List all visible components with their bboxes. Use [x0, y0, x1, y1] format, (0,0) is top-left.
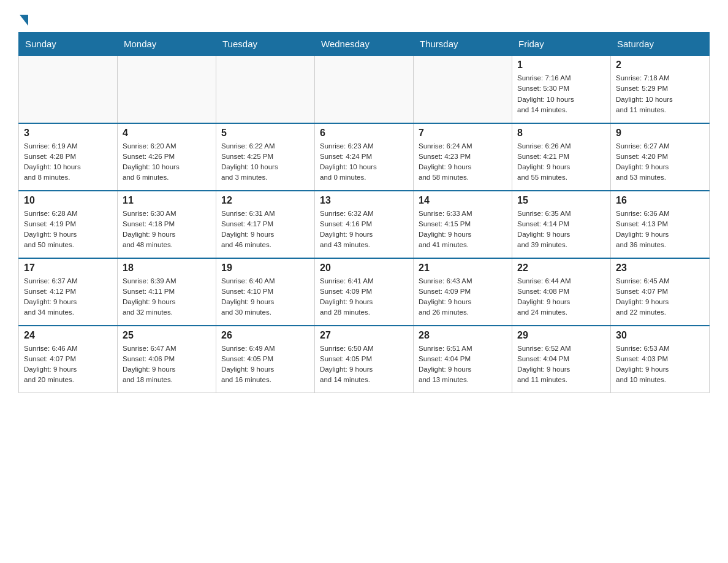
- calendar-cell: 21Sunrise: 6:43 AMSunset: 4:09 PMDayligh…: [414, 258, 512, 326]
- calendar-cell: 23Sunrise: 6:45 AMSunset: 4:07 PMDayligh…: [611, 258, 710, 326]
- day-number: 27: [320, 330, 408, 341]
- page-header: [18, 12, 710, 26]
- day-info: Sunrise: 6:43 AMSunset: 4:09 PMDaylight:…: [419, 276, 507, 318]
- day-info: Sunrise: 6:44 AMSunset: 4:08 PMDaylight:…: [517, 276, 605, 318]
- weekday-header-sunday: Sunday: [19, 33, 118, 56]
- day-number: 4: [123, 128, 211, 139]
- calendar-cell: [19, 56, 118, 123]
- day-number: 5: [221, 128, 309, 139]
- calendar-cell: 24Sunrise: 6:46 AMSunset: 4:07 PMDayligh…: [19, 326, 118, 393]
- weekday-header-wednesday: Wednesday: [315, 33, 414, 56]
- weekday-header-row: SundayMondayTuesdayWednesdayThursdayFrid…: [19, 33, 710, 56]
- weekday-header-friday: Friday: [512, 33, 611, 56]
- day-number: 24: [24, 330, 112, 341]
- day-number: 26: [221, 330, 309, 341]
- weekday-header-thursday: Thursday: [414, 33, 512, 56]
- calendar-cell: 26Sunrise: 6:49 AMSunset: 4:05 PMDayligh…: [216, 326, 315, 393]
- day-info: Sunrise: 6:39 AMSunset: 4:11 PMDaylight:…: [123, 276, 211, 318]
- calendar-week-row: 1Sunrise: 7:16 AMSunset: 5:30 PMDaylight…: [19, 56, 710, 123]
- day-info: Sunrise: 6:51 AMSunset: 4:04 PMDaylight:…: [419, 343, 507, 386]
- day-number: 8: [517, 128, 605, 139]
- calendar-cell: 27Sunrise: 6:50 AMSunset: 4:05 PMDayligh…: [315, 326, 414, 393]
- day-info: Sunrise: 6:19 AMSunset: 4:28 PMDaylight:…: [24, 141, 112, 183]
- day-info: Sunrise: 6:53 AMSunset: 4:03 PMDaylight:…: [616, 343, 704, 386]
- day-info: Sunrise: 6:37 AMSunset: 4:12 PMDaylight:…: [24, 276, 112, 318]
- day-info: Sunrise: 7:16 AMSunset: 5:30 PMDaylight:…: [517, 73, 605, 115]
- calendar-cell: 4Sunrise: 6:20 AMSunset: 4:26 PMDaylight…: [118, 123, 216, 191]
- day-info: Sunrise: 6:36 AMSunset: 4:13 PMDaylight:…: [616, 209, 704, 251]
- calendar-cell: 9Sunrise: 6:27 AMSunset: 4:20 PMDaylight…: [611, 123, 710, 191]
- day-info: Sunrise: 6:28 AMSunset: 4:19 PMDaylight:…: [24, 209, 112, 251]
- calendar-cell: 13Sunrise: 6:32 AMSunset: 4:16 PMDayligh…: [315, 191, 414, 258]
- day-info: Sunrise: 6:23 AMSunset: 4:24 PMDaylight:…: [320, 141, 408, 183]
- day-info: Sunrise: 6:20 AMSunset: 4:26 PMDaylight:…: [123, 141, 211, 183]
- day-info: Sunrise: 6:32 AMSunset: 4:16 PMDaylight:…: [320, 209, 408, 251]
- calendar-cell: 15Sunrise: 6:35 AMSunset: 4:14 PMDayligh…: [512, 191, 611, 258]
- day-info: Sunrise: 6:35 AMSunset: 4:14 PMDaylight:…: [517, 209, 605, 251]
- calendar-cell: 2Sunrise: 7:18 AMSunset: 5:29 PMDaylight…: [611, 56, 710, 123]
- calendar-cell: 14Sunrise: 6:33 AMSunset: 4:15 PMDayligh…: [414, 191, 512, 258]
- day-number: 20: [320, 262, 408, 274]
- day-number: 28: [419, 330, 507, 341]
- calendar-cell: 6Sunrise: 6:23 AMSunset: 4:24 PMDaylight…: [315, 123, 414, 191]
- day-number: 6: [320, 128, 408, 139]
- day-number: 13: [320, 195, 408, 206]
- day-info: Sunrise: 6:26 AMSunset: 4:21 PMDaylight:…: [517, 141, 605, 183]
- day-info: Sunrise: 6:33 AMSunset: 4:15 PMDaylight:…: [419, 209, 507, 251]
- calendar-cell: 18Sunrise: 6:39 AMSunset: 4:11 PMDayligh…: [118, 258, 216, 326]
- calendar-cell: [315, 56, 414, 123]
- day-info: Sunrise: 7:18 AMSunset: 5:29 PMDaylight:…: [616, 73, 704, 115]
- day-info: Sunrise: 6:45 AMSunset: 4:07 PMDaylight:…: [616, 276, 704, 318]
- calendar-week-row: 17Sunrise: 6:37 AMSunset: 4:12 PMDayligh…: [19, 258, 710, 326]
- day-number: 1: [517, 59, 605, 71]
- calendar-cell: 8Sunrise: 6:26 AMSunset: 4:21 PMDaylight…: [512, 123, 611, 191]
- calendar-cell: 28Sunrise: 6:51 AMSunset: 4:04 PMDayligh…: [414, 326, 512, 393]
- calendar-cell: 7Sunrise: 6:24 AMSunset: 4:23 PMDaylight…: [414, 123, 512, 191]
- day-info: Sunrise: 6:49 AMSunset: 4:05 PMDaylight:…: [221, 343, 309, 386]
- calendar-cell: 1Sunrise: 7:16 AMSunset: 5:30 PMDaylight…: [512, 56, 611, 123]
- day-number: 2: [616, 59, 704, 71]
- calendar-cell: [216, 56, 315, 123]
- calendar-cell: 12Sunrise: 6:31 AMSunset: 4:17 PMDayligh…: [216, 191, 315, 258]
- calendar-cell: [414, 56, 512, 123]
- day-info: Sunrise: 6:50 AMSunset: 4:05 PMDaylight:…: [320, 343, 408, 386]
- logo: [18, 12, 28, 26]
- day-info: Sunrise: 6:22 AMSunset: 4:25 PMDaylight:…: [221, 141, 309, 183]
- day-info: Sunrise: 6:24 AMSunset: 4:23 PMDaylight:…: [419, 141, 507, 183]
- calendar-cell: 25Sunrise: 6:47 AMSunset: 4:06 PMDayligh…: [118, 326, 216, 393]
- day-info: Sunrise: 6:41 AMSunset: 4:09 PMDaylight:…: [320, 276, 408, 318]
- calendar-cell: 29Sunrise: 6:52 AMSunset: 4:04 PMDayligh…: [512, 326, 611, 393]
- calendar-cell: 11Sunrise: 6:30 AMSunset: 4:18 PMDayligh…: [118, 191, 216, 258]
- day-number: 29: [517, 330, 605, 341]
- day-number: 7: [419, 128, 507, 139]
- day-number: 17: [24, 262, 112, 274]
- day-number: 12: [221, 195, 309, 206]
- calendar-cell: 3Sunrise: 6:19 AMSunset: 4:28 PMDaylight…: [19, 123, 118, 191]
- day-info: Sunrise: 6:30 AMSunset: 4:18 PMDaylight:…: [123, 209, 211, 251]
- day-info: Sunrise: 6:46 AMSunset: 4:07 PMDaylight:…: [24, 343, 112, 386]
- calendar-week-row: 3Sunrise: 6:19 AMSunset: 4:28 PMDaylight…: [19, 123, 710, 191]
- calendar-week-row: 10Sunrise: 6:28 AMSunset: 4:19 PMDayligh…: [19, 191, 710, 258]
- day-number: 3: [24, 128, 112, 139]
- day-info: Sunrise: 6:31 AMSunset: 4:17 PMDaylight:…: [221, 209, 309, 251]
- day-number: 25: [123, 330, 211, 341]
- day-number: 11: [123, 195, 211, 206]
- day-number: 16: [616, 195, 704, 206]
- logo-arrow-icon: [20, 15, 28, 26]
- calendar-cell: 20Sunrise: 6:41 AMSunset: 4:09 PMDayligh…: [315, 258, 414, 326]
- calendar-cell: 5Sunrise: 6:22 AMSunset: 4:25 PMDaylight…: [216, 123, 315, 191]
- day-number: 14: [419, 195, 507, 206]
- day-number: 10: [24, 195, 112, 206]
- calendar-week-row: 24Sunrise: 6:46 AMSunset: 4:07 PMDayligh…: [19, 326, 710, 393]
- weekday-header-monday: Monday: [118, 33, 216, 56]
- calendar-cell: 22Sunrise: 6:44 AMSunset: 4:08 PMDayligh…: [512, 258, 611, 326]
- day-number: 21: [419, 262, 507, 274]
- day-number: 15: [517, 195, 605, 206]
- calendar-cell: 16Sunrise: 6:36 AMSunset: 4:13 PMDayligh…: [611, 191, 710, 258]
- calendar-cell: 10Sunrise: 6:28 AMSunset: 4:19 PMDayligh…: [19, 191, 118, 258]
- weekday-header-saturday: Saturday: [611, 33, 710, 56]
- calendar-cell: [118, 56, 216, 123]
- day-number: 18: [123, 262, 211, 274]
- day-number: 23: [616, 262, 704, 274]
- day-number: 9: [616, 128, 704, 139]
